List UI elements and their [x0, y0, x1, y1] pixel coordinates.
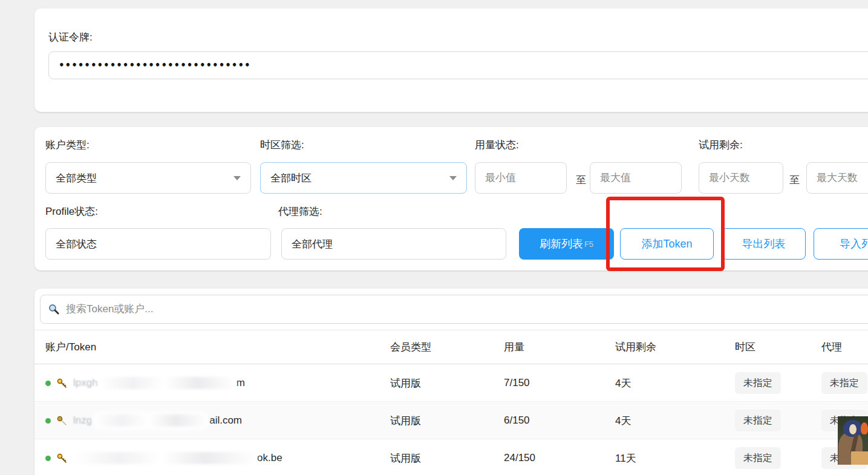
usage-cell: 6/150 [504, 402, 530, 439]
trial-range-separator: 至 [789, 173, 800, 187]
trial-min-input[interactable] [699, 162, 783, 194]
trial-remaining-cell: 4天 [615, 402, 631, 439]
timezone-badge: 未指定 [735, 372, 781, 394]
table-row[interactable]: lpxgh m 试用版 7/150 4天 未指定 未指定 [34, 365, 868, 402]
refresh-list-button[interactable]: 刷新列表F5 [519, 228, 614, 260]
redaction-smudge [99, 377, 235, 389]
token-manager-page: 认证令牌: •••••••••••••••••••••••••••••• 账户类… [0, 0, 868, 475]
filter-card: 账户类型: 时区筛选: 用量状态: 试用剩余: 全部类型 全部时区 至 至 Pr… [34, 127, 868, 270]
profile-status-label: Profile状态: [45, 205, 98, 218]
member-type-cell: 试用版 [390, 365, 421, 401]
proxy-filter-select[interactable]: 全部代理 [281, 228, 506, 260]
usage-max-input[interactable] [590, 162, 682, 194]
proxy-badge: 未指定 [821, 372, 867, 394]
account-text-redacted: lpxgh [73, 377, 98, 389]
artwork-shape [849, 424, 857, 434]
account-text-redacted: lnzg [73, 414, 92, 427]
column-header-account-token: 账户/Token [45, 330, 96, 364]
account-type-select[interactable]: 全部类型 [45, 162, 251, 194]
trial-remaining-cell: 4天 [615, 365, 631, 401]
account-type-label: 账户类型: [45, 138, 90, 152]
trial-remaining-label: 试用剩余: [699, 138, 743, 152]
usage-cell: 24/150 [504, 440, 535, 475]
artwork-shape [861, 422, 868, 434]
column-header-usage: 用量 [504, 330, 524, 364]
chevron-down-icon [233, 176, 241, 180]
import-list-label: 导入列表 [840, 237, 868, 251]
trial-remaining-cell: 11天 [615, 440, 636, 475]
add-token-button[interactable]: 添加Token [620, 228, 714, 260]
status-dot [45, 381, 51, 386]
auth-token-label: 认证令牌: [48, 30, 93, 44]
timezone-badge: 未指定 [735, 410, 781, 431]
usage-range-separator: 至 [576, 173, 586, 187]
usage-cell: 7/150 [504, 365, 530, 401]
proxy-filter-label: 代理筛选: [278, 205, 322, 218]
key-icon [56, 415, 68, 427]
export-list-button[interactable]: 导出列表 [722, 228, 806, 260]
column-header-timezone: 时区 [735, 330, 755, 364]
profile-status-value: 全部状态 [56, 237, 97, 251]
search-icon [48, 303, 60, 315]
redaction-smudge [93, 414, 208, 427]
export-list-label: 导出列表 [742, 237, 786, 251]
member-type-cell: 试用版 [390, 402, 421, 439]
status-dot [45, 418, 51, 424]
column-header-proxy: 代理 [821, 330, 842, 364]
account-text-visible: m [237, 377, 245, 389]
import-list-button[interactable]: 导入列表 [814, 228, 868, 260]
column-header-member-type: 会员类型 [390, 330, 431, 364]
account-type-value: 全部类型 [56, 171, 97, 185]
table-row[interactable]: ok.be 试用版 24/150 11天 未指定 未指定 [34, 440, 868, 475]
auth-token-input[interactable]: •••••••••••••••••••••••••••••• [48, 51, 868, 79]
account-text-visible: ok.be [257, 452, 282, 464]
refresh-list-label: 刷新列表 [540, 237, 583, 251]
column-header-trial-remaining: 试用剩余 [615, 330, 656, 364]
status-dot [45, 456, 51, 461]
auth-token-card: 认证令牌: •••••••••••••••••••••••••••••• [34, 8, 868, 112]
member-type-cell: 试用版 [390, 440, 421, 475]
artwork-shape [851, 451, 868, 465]
redaction-smudge [74, 452, 256, 464]
refresh-shortcut-hint: F5 [584, 240, 593, 249]
overlay-artwork [838, 416, 868, 465]
timezone-badge: 未指定 [735, 447, 781, 469]
timezone-filter-select[interactable]: 全部时区 [260, 162, 467, 194]
search-input[interactable] [65, 303, 868, 316]
account-text-visible: ail.com [209, 414, 242, 427]
table-header-row: 账户/Token 会员类型 用量 试用剩余 时区 代理 [34, 330, 868, 364]
profile-status-select[interactable]: 全部状态 [45, 228, 271, 260]
key-icon [56, 378, 68, 389]
usage-min-input[interactable] [475, 162, 567, 194]
search-box[interactable] [40, 295, 868, 324]
trial-max-input[interactable] [806, 162, 868, 194]
add-token-label: 添加Token [641, 237, 692, 251]
timezone-filter-label: 时区筛选: [260, 138, 304, 152]
token-table-card: 账户/Token 会员类型 用量 试用剩余 时区 代理 lpxgh m 试用版 … [34, 289, 868, 475]
key-icon [56, 453, 68, 464]
proxy-filter-value: 全部代理 [292, 237, 333, 251]
chevron-down-icon [449, 176, 457, 180]
usage-status-label: 用量状态: [475, 138, 519, 152]
table-row[interactable]: lnzg ail.com 试用版 6/150 4天 未指定 未指定 [34, 402, 868, 439]
timezone-filter-value: 全部时区 [270, 171, 312, 185]
